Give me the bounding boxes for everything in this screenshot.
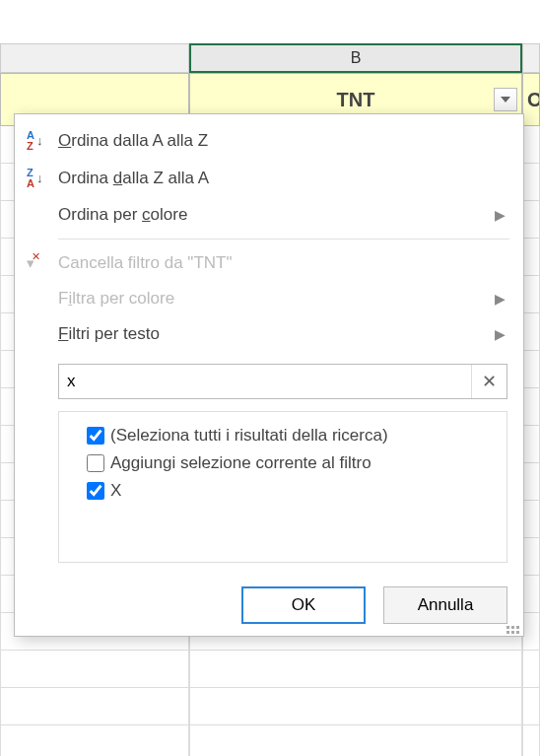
- column-header-row: B: [0, 43, 540, 73]
- filter-by-color-item: Filtra per colore ▶: [15, 281, 523, 316]
- cell[interactable]: [522, 126, 540, 164]
- chevron-down-icon: [501, 97, 510, 103]
- cell[interactable]: [522, 576, 540, 613]
- text-filters-label: Filtri per testo: [58, 324, 495, 344]
- col-header-b[interactable]: B: [189, 43, 522, 73]
- col-header-a[interactable]: [0, 43, 189, 73]
- text-filters-item[interactable]: Filtri per testo ▶: [15, 316, 523, 352]
- add-current-checkbox[interactable]: [87, 454, 104, 472]
- filter-search-input[interactable]: [59, 368, 471, 395]
- cell[interactable]: [522, 725, 540, 756]
- cancel-button[interactable]: Annulla: [383, 586, 507, 624]
- sort-by-color-item[interactable]: Ordina per colore ▶: [15, 197, 523, 233]
- add-current-selection-row[interactable]: Aggiungi selezione corrente al filtro: [73, 449, 493, 477]
- autofilter-panel: AZ ↓ Ordina dalla A alla Z ZA ↓ Ordina d…: [14, 113, 524, 637]
- cell[interactable]: [522, 501, 540, 538]
- cell[interactable]: [522, 688, 540, 725]
- cell[interactable]: [522, 313, 540, 351]
- sort-az-icon: AZ ↓: [27, 130, 58, 152]
- cell[interactable]: [0, 725, 189, 756]
- cell[interactable]: [0, 688, 189, 725]
- submenu-arrow-icon: ▶: [495, 326, 506, 342]
- select-all-results-row[interactable]: (Seleziona tutti i risultati della ricer…: [73, 422, 493, 449]
- submenu-arrow-icon: ▶: [495, 291, 506, 307]
- filter-value-checkbox[interactable]: [87, 482, 104, 500]
- cell[interactable]: [522, 239, 540, 276]
- header-cell-c[interactable]: OL: [522, 73, 540, 126]
- select-all-label: (Seleziona tutti i risultati della ricer…: [110, 426, 388, 446]
- submenu-arrow-icon: ▶: [495, 207, 506, 223]
- cell[interactable]: [189, 688, 522, 725]
- header-c-fragment: OL: [527, 89, 540, 111]
- close-icon: ✕: [482, 371, 497, 392]
- add-current-label: Aggiungi selezione corrente al filtro: [110, 453, 371, 473]
- cell[interactable]: [0, 651, 189, 688]
- select-all-checkbox[interactable]: [87, 427, 104, 445]
- sort-descending-item[interactable]: ZA ↓ Ordina dalla Z alla A: [15, 160, 523, 197]
- cell[interactable]: [522, 351, 540, 388]
- filter-value-row[interactable]: X: [73, 477, 493, 505]
- cell[interactable]: [189, 651, 522, 688]
- col-header-c[interactable]: [522, 43, 540, 73]
- clear-filter-item: ▾✕ Cancella filtro da "TNT": [15, 245, 523, 281]
- sort-za-icon: ZA ↓: [27, 168, 58, 189]
- cell[interactable]: [522, 164, 540, 201]
- sort-ascending-item[interactable]: AZ ↓ Ordina dalla A alla Z: [15, 122, 523, 160]
- header-b-label: TNT: [337, 89, 375, 111]
- cell[interactable]: [522, 613, 540, 651]
- filter-values-list: (Seleziona tutti i risultati della ricer…: [58, 411, 507, 563]
- funnel-clear-icon: ▾✕: [27, 254, 58, 272]
- resize-grip-icon[interactable]: [504, 618, 519, 634]
- cell[interactable]: [522, 463, 540, 501]
- filter-value-label: X: [110, 481, 121, 501]
- cell[interactable]: [522, 538, 540, 576]
- clear-filter-label: Cancella filtro da "TNT": [58, 253, 506, 273]
- cell[interactable]: [522, 388, 540, 426]
- filter-color-label: Filtra per colore: [58, 289, 495, 309]
- dialog-buttons: OK Annulla: [15, 586, 523, 624]
- clear-search-button[interactable]: ✕: [471, 365, 506, 398]
- filter-search-box: ✕: [58, 364, 507, 399]
- cell[interactable]: [522, 426, 540, 463]
- filter-dropdown-button[interactable]: [494, 88, 517, 111]
- cell[interactable]: [522, 276, 540, 313]
- sort-za-label: Ordina dalla Z alla A: [58, 169, 506, 188]
- cell[interactable]: [522, 201, 540, 239]
- menu-separator: [58, 239, 509, 240]
- cell[interactable]: [522, 651, 540, 688]
- sort-color-label: Ordina per colore: [58, 205, 495, 225]
- ok-button[interactable]: OK: [241, 586, 366, 624]
- cell[interactable]: [189, 725, 522, 756]
- sort-az-label: Ordina dalla A alla Z: [58, 131, 506, 151]
